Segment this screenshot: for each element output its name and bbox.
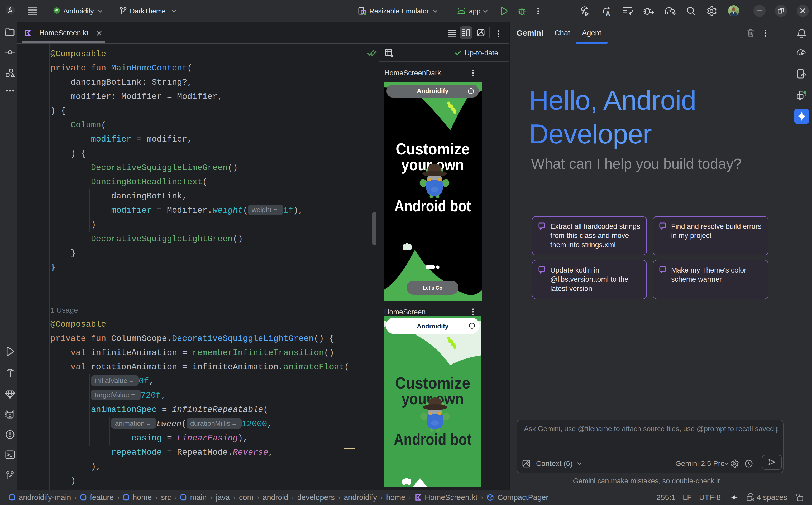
svg-text:A: A: [606, 10, 610, 16]
svg-text:Android bot: Android bot: [394, 431, 472, 448]
svg-text:Androidify: Androidify: [417, 87, 449, 95]
svg-text:Let's Go: Let's Go: [423, 285, 442, 291]
svg-text:Customize: Customize: [395, 374, 470, 392]
svg-text:Android bot: Android bot: [394, 197, 471, 215]
svg-text:Androidify: Androidify: [417, 323, 449, 330]
svg-text:i: i: [470, 89, 471, 93]
svg-text:Customize: Customize: [396, 140, 470, 158]
svg-text:i: i: [471, 324, 472, 328]
